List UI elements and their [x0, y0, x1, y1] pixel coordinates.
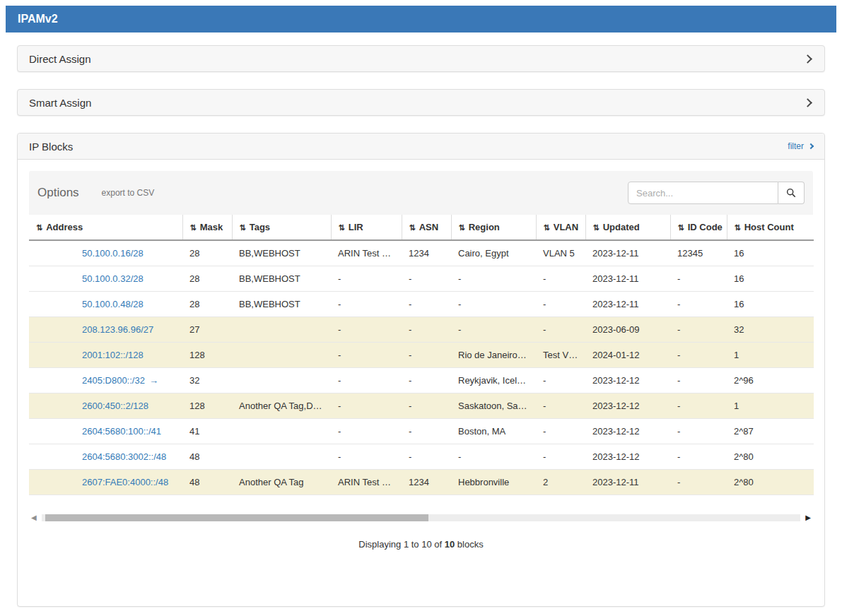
table-cell-region: Boston, MA — [451, 419, 536, 444]
column-header-label: Tags — [250, 222, 270, 232]
column-header-label: ASN — [419, 222, 438, 232]
table-cell-updated: 2024-01-12 — [585, 343, 670, 368]
table-cell-id-code: - — [670, 317, 727, 343]
column-header[interactable]: ⇅Host Count — [727, 215, 814, 240]
table-cell-host-count: 16 — [727, 266, 814, 292]
column-header[interactable]: ⇅Tags — [232, 215, 331, 240]
address-link[interactable]: 50.100.0.32/28 — [82, 273, 144, 284]
smart-assign-panel[interactable]: Smart Assign — [17, 89, 825, 116]
column-header[interactable]: ⇅Region — [451, 215, 536, 240]
table-cell-vlan: - — [536, 317, 585, 343]
ip-blocks-body: Options export to CSV — [18, 160, 824, 606]
address-link[interactable]: 2604:5680:100::/41 — [82, 426, 161, 437]
table-cell-mask: 28 — [182, 292, 232, 317]
table-cell-host-count: 16 — [727, 240, 814, 266]
table-cell-lir: - — [331, 419, 402, 444]
table-cell-tags — [232, 368, 331, 393]
sort-icon: ⇅ — [409, 223, 416, 232]
table-cell-id-code: 12345 — [670, 240, 727, 266]
options-toolbar: Options export to CSV — [29, 171, 813, 215]
column-header[interactable]: ⇅ID Code — [670, 215, 727, 240]
table-cell-address: 2600:450::2/128 — [29, 393, 182, 419]
table-cell-id-code: - — [670, 368, 727, 393]
address-link[interactable]: 2405:D800::/32 — [82, 375, 145, 386]
pagination-total: 10 — [445, 539, 455, 550]
table-cell-host-count: 2^87 — [727, 419, 814, 444]
direct-assign-panel[interactable]: Direct Assign — [17, 45, 825, 72]
table-cell-mask: 48 — [182, 444, 232, 470]
table-cell-address: 2604:5680:100::/41 — [29, 419, 182, 444]
filter-link[interactable]: filter — [788, 141, 813, 151]
app-header: IPAMv2 — [6, 6, 836, 32]
column-header[interactable]: ⇅Mask — [182, 215, 232, 240]
table-cell-address: 2001:102::/128 — [29, 343, 182, 368]
horizontal-scrollbar[interactable]: ◀ ▶ — [29, 512, 813, 523]
export-csv-link[interactable]: export to CSV — [102, 188, 155, 198]
table-cell-id-code: - — [670, 419, 727, 444]
column-header-label: Host Count — [744, 222, 794, 232]
table-cell-tags: BB,WEBHOST — [232, 266, 331, 292]
filter-link-label: filter — [788, 141, 804, 151]
table-cell-asn: - — [402, 393, 451, 419]
column-header[interactable]: ⇅LIR — [331, 215, 402, 240]
table-cell-lir: - — [331, 444, 402, 470]
address-link[interactable]: 2607:FAE0:4000::/48 — [82, 477, 168, 487]
table-cell-lir: - — [331, 393, 402, 419]
options-title: Options — [37, 186, 79, 200]
scrollbar-thumb[interactable] — [45, 514, 428, 521]
direct-assign-label: Direct Assign — [29, 53, 91, 65]
column-header-label: VLAN — [554, 222, 578, 232]
address-link[interactable]: 2001:102::/128 — [82, 350, 144, 360]
chevron-right-icon — [803, 54, 812, 64]
scroll-left-arrow-icon[interactable]: ◀ — [29, 512, 39, 523]
table-cell-lir: - — [331, 266, 402, 292]
search-group — [628, 182, 805, 204]
table-cell-vlan: 2 — [536, 470, 585, 495]
column-header-label: ID Code — [688, 222, 723, 232]
address-link[interactable]: 50.100.0.48/28 — [82, 299, 144, 309]
sort-icon: ⇅ — [678, 223, 684, 232]
ip-blocks-heading: IP Blocks filter — [18, 134, 824, 160]
table-cell-host-count: 32 — [727, 317, 814, 343]
address-link[interactable]: 2604:5680:3002::/48 — [82, 451, 166, 462]
table-cell-tags — [232, 317, 331, 343]
ip-blocks-title: IP Blocks — [29, 141, 73, 153]
search-input[interactable] — [628, 182, 778, 204]
table-cell-region: Reykjavik, Iceland — [451, 368, 536, 393]
table-cell-mask: 48 — [182, 470, 232, 495]
pagination-summary: Displaying 1 to 10 of 10 blocks — [29, 539, 813, 606]
table-row: 50.100.0.48/28 28 BB,WEBHOST - - - - 202… — [29, 292, 814, 317]
column-header[interactable]: ⇅ASN — [402, 215, 451, 240]
address-link[interactable]: 2600:450::2/128 — [82, 401, 148, 411]
table-cell-updated: 2023-12-12 — [585, 368, 670, 393]
column-header[interactable]: ⇅Updated — [585, 215, 670, 240]
column-header[interactable]: ⇅Address — [29, 215, 182, 240]
table-cell-host-count: 2^80 — [727, 470, 814, 495]
table-cell-region: - — [451, 444, 536, 470]
address-link[interactable]: 208.123.96.96/27 — [82, 324, 153, 335]
table-cell-asn: - — [402, 444, 451, 470]
pagination-suffix: blocks — [457, 539, 484, 550]
scroll-right-arrow-icon[interactable]: ▶ — [803, 512, 813, 523]
table-cell-asn: 1234 — [402, 240, 451, 266]
table-cell-vlan: - — [536, 393, 585, 419]
address-link[interactable]: 50.100.0.16/28 — [82, 248, 144, 259]
table-row: 2405:D800::/32→ 32 - - Reykjavik, Icelan… — [29, 368, 814, 393]
table-cell-address: 50.100.0.16/28 — [29, 240, 182, 266]
table-cell-mask: 28 — [182, 266, 232, 292]
table-cell-region: - — [451, 317, 536, 343]
table-cell-tags — [232, 419, 331, 444]
table-cell-mask: 41 — [182, 419, 232, 444]
table-cell-updated: 2023-12-11 — [585, 292, 670, 317]
column-header-label: Region — [469, 222, 500, 232]
column-header-label: Mask — [200, 222, 223, 232]
scrollbar-track[interactable] — [42, 514, 801, 521]
sort-icon: ⇅ — [735, 223, 741, 232]
table-cell-updated: 2023-12-12 — [585, 393, 670, 419]
column-header-label: Address — [46, 222, 83, 232]
column-header[interactable]: ⇅VLAN — [536, 215, 585, 240]
search-button[interactable] — [778, 182, 805, 204]
table-row: 50.100.0.16/28 28 BB,WEBHOST ARIN Test L… — [29, 240, 814, 266]
table-cell-tags: BB,WEBHOST — [232, 292, 331, 317]
search-icon — [786, 188, 796, 198]
